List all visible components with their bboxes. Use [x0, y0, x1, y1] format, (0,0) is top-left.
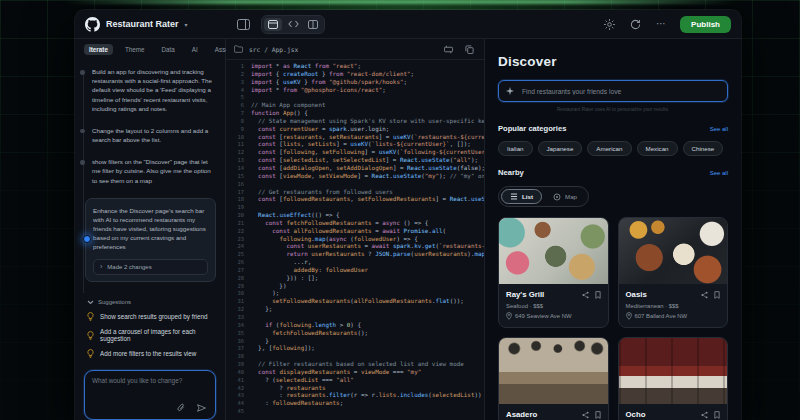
- code-line: 40 const displayedRestaurants = viewMode…: [228, 369, 484, 377]
- bookmark-icon[interactable]: [714, 291, 720, 299]
- suggestion-item[interactable]: Add more filters to the results view: [87, 349, 215, 358]
- preview-view-button[interactable]: [264, 18, 282, 31]
- spark-app-window: Restaurant Rater ▾ ⋯: [75, 10, 741, 420]
- settings-button[interactable]: [602, 17, 617, 32]
- chat-input[interactable]: [85, 371, 215, 401]
- line-number: 21: [228, 220, 251, 228]
- refresh-button[interactable]: [628, 17, 643, 32]
- line-content: if (following.length > 0) {: [251, 322, 361, 330]
- suggestion-item[interactable]: Add a carousel of images for each sugges…: [87, 328, 215, 342]
- share-icon[interactable]: [582, 411, 589, 419]
- code-editor-body[interactable]: 1 import * as React from "react"; 2 impo…: [226, 60, 484, 420]
- suggestion-item[interactable]: Show search results grouped by friend: [87, 312, 215, 321]
- tab-theme[interactable]: Theme: [120, 44, 150, 55]
- category-pill-italian[interactable]: Italian: [498, 141, 533, 156]
- suggestions-header[interactable]: Suggestions: [87, 299, 215, 305]
- code-line: 17 // Get restaurants from followed user…: [228, 189, 484, 197]
- line-number: 40: [228, 369, 251, 377]
- restaurant-meta: Mediterranean · $$$: [626, 303, 721, 309]
- made-changes-expander[interactable]: › Made 2 changes: [93, 259, 208, 275]
- chat-message[interactable]: show filters on the "Discover" page that…: [92, 157, 217, 185]
- chat-message-text: Change the layout to 2 columns and add a…: [92, 126, 217, 144]
- chat-message[interactable]: Build an app for discovering and trackin…: [92, 67, 217, 113]
- restaurant-card[interactable]: Ray's Grill Seafood · $$$ 649 Seaview Av…: [498, 217, 609, 328]
- list-view-button[interactable]: List: [501, 189, 542, 204]
- line-content: [251, 408, 255, 416]
- line-content: [251, 353, 255, 361]
- share-icon[interactable]: [701, 411, 708, 419]
- made-changes-label: Made 2 changes: [107, 264, 151, 270]
- project-switcher[interactable]: Restaurant Rater ▾: [85, 17, 226, 32]
- attach-file-button[interactable]: [175, 401, 187, 414]
- toggle-sidebar-button[interactable]: [235, 17, 252, 32]
- bookmark-icon[interactable]: [595, 411, 601, 419]
- line-content: const [selectedList, setSelectedList] = …: [251, 157, 478, 165]
- suggestions-section: Suggestions Show search results grouped …: [75, 297, 225, 365]
- line-number: 1: [228, 63, 251, 71]
- line-number: 3: [228, 79, 251, 87]
- line-number: 37: [228, 345, 251, 353]
- copy-code-button[interactable]: [463, 43, 476, 56]
- active-chat-message-card[interactable]: Enhance the Discover page's search bar w…: [85, 198, 216, 282]
- publish-button[interactable]: Publish: [680, 16, 731, 33]
- line-content: ...r,: [251, 259, 311, 267]
- code-line: 43 : restaurants.filter(r => r.lists.inc…: [228, 392, 484, 400]
- code-view-button[interactable]: [284, 18, 302, 31]
- send-message-button[interactable]: [195, 401, 208, 414]
- code-line: 22 const allFollowedRestaurants = await …: [228, 228, 484, 236]
- line-number: 15: [228, 173, 251, 181]
- bookmark-icon[interactable]: [714, 411, 720, 419]
- format-code-button[interactable]: [442, 43, 455, 56]
- line-number: 19: [228, 204, 251, 212]
- chat-message[interactable]: Change the layout to 2 columns and add a…: [92, 126, 217, 144]
- suggestion-text: Add more filters to the results view: [100, 350, 196, 357]
- restaurant-card[interactable]: Asadero: [498, 337, 609, 420]
- top-bar: Restaurant Rater ▾ ⋯: [75, 10, 741, 39]
- line-content: const [addDialogOpen, setAddDialogOpen] …: [251, 165, 484, 173]
- line-content: const [lists, setLists] = useKV(`lists-$…: [251, 141, 471, 149]
- category-pill-american[interactable]: American: [587, 141, 631, 156]
- split-view-button[interactable]: [304, 18, 322, 31]
- tab-data[interactable]: Data: [157, 44, 180, 55]
- share-icon[interactable]: [582, 291, 589, 299]
- restaurant-card[interactable]: Ocho: [618, 337, 729, 420]
- category-pill-chinese[interactable]: Chinese: [683, 141, 724, 156]
- code-line: 42 ? restaurants: [228, 385, 484, 393]
- restaurant-address-row: 649 Seaview Ave NW: [506, 312, 601, 320]
- code-line: 21 const fetchFollowedRestaurants = asyn…: [228, 220, 484, 228]
- code-line: 38: [228, 353, 484, 361]
- code-line: 2 import { createRoot } from "react-dom/…: [228, 71, 484, 79]
- timeline-dot: [80, 160, 85, 165]
- restaurant-photo: [619, 218, 728, 284]
- ellipsis-icon: ⋯: [656, 19, 667, 29]
- category-pill-japanese[interactable]: Japanese: [538, 141, 583, 156]
- timeline-dot: [80, 70, 85, 75]
- code-line: 7 function App() {: [228, 110, 484, 118]
- restaurant-address-row: 607 Ballard Ave NW: [626, 312, 721, 320]
- code-line: 28 })) : [];: [228, 275, 484, 283]
- restaurant-search-input[interactable]: [520, 87, 720, 96]
- tab-iterate[interactable]: Iterate: [84, 44, 113, 55]
- code-line: 39 // Filter restaurants based on select…: [228, 361, 484, 369]
- more-options-button[interactable]: ⋯: [654, 17, 669, 31]
- nearby-see-all-link[interactable]: See all: [710, 170, 728, 176]
- popular-see-all-link[interactable]: See all: [710, 126, 728, 132]
- restaurant-card[interactable]: Oasis Mediterranean · $$$ 607 Ballard Av…: [618, 217, 729, 328]
- category-pill-mexican[interactable]: Mexican: [637, 141, 678, 156]
- chat-message-text: Build an app for discovering and trackin…: [92, 67, 217, 113]
- desktop-background: { "theme": { "accent_blue": "#316dca", "…: [0, 0, 800, 420]
- code-editor-panel: src / App.jsx 1 import * as React from "…: [226, 39, 485, 420]
- line-content: ? (selectedList === "all": [251, 377, 354, 385]
- line-content: // Get restaurants from followed users: [251, 189, 393, 197]
- bookmark-icon[interactable]: [595, 291, 601, 299]
- code-line: 14 const [addDialogOpen, setAddDialogOpe…: [228, 165, 484, 173]
- line-content: following.map(async (followedUser) => {: [251, 236, 418, 244]
- share-icon[interactable]: [701, 291, 708, 299]
- code-line: 36 }: [228, 338, 484, 346]
- tab-ai[interactable]: AI: [187, 44, 203, 55]
- map-view-button[interactable]: Map: [544, 189, 586, 204]
- code-line: 4 import * from "@phosphor-icons/react";: [228, 87, 484, 95]
- line-content: import * as React from "react";: [251, 63, 361, 71]
- line-number: 20: [228, 212, 251, 220]
- line-number: 36: [228, 338, 251, 346]
